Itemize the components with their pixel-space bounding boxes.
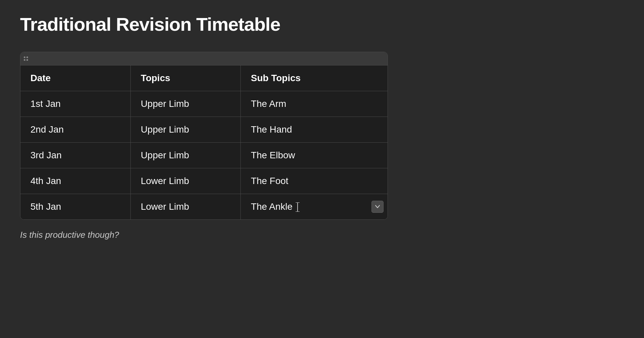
col-header-subtopics: Sub Topics (241, 65, 388, 91)
cell-date: 2nd Jan (20, 117, 130, 143)
cell-subtopics: The Foot (241, 168, 388, 194)
cell-subtopics: The Arm (241, 91, 388, 117)
subtopic-text: The Elbow (251, 150, 295, 160)
cell-topics: Upper Limb (130, 143, 240, 168)
subtopic-text: The Hand (251, 124, 292, 135)
col-header-topics: Topics (130, 65, 240, 91)
subtopic-text: The Arm (251, 99, 286, 109)
text-cursor-icon (295, 202, 301, 212)
table-row: 4th JanLower LimbThe Foot (20, 168, 388, 194)
cell-subtopics: The Ankle (241, 194, 388, 220)
subtopic-text: The Ankle (251, 201, 293, 212)
cell-date: 1st Jan (20, 91, 130, 117)
drag-handle[interactable] (24, 56, 28, 61)
cell-date: 3rd Jan (20, 143, 130, 168)
timetable-container: Date Topics Sub Topics 1st JanUpper Limb… (20, 52, 388, 220)
cell-date: 4th Jan (20, 168, 130, 194)
col-header-date: Date (20, 65, 130, 91)
subtopic-text: The Foot (251, 176, 288, 186)
cell-topics: Lower Limb (130, 194, 240, 220)
table-row: 1st JanUpper LimbThe Arm (20, 91, 388, 117)
bottom-text: Is this productive though? (20, 230, 624, 240)
page-title: Traditional Revision Timetable (20, 13, 624, 35)
cell-subtopics: The Hand (241, 117, 388, 143)
cell-topics: Upper Limb (130, 117, 240, 143)
table-row: 3rd JanUpper LimbThe Elbow (20, 143, 388, 168)
timetable: Date Topics Sub Topics 1st JanUpper Limb… (20, 65, 388, 219)
table-header-row: Date Topics Sub Topics (20, 65, 388, 91)
cell-date: 5th Jan (20, 194, 130, 220)
cell-topics: Lower Limb (130, 168, 240, 194)
table-top-bar (20, 52, 388, 65)
table-row: 2nd JanUpper LimbThe Hand (20, 117, 388, 143)
dropdown-button[interactable] (371, 201, 384, 213)
table-row: 5th JanLower LimbThe Ankle (20, 194, 388, 220)
cell-topics: Upper Limb (130, 91, 240, 117)
cell-subtopics: The Elbow (241, 143, 388, 168)
